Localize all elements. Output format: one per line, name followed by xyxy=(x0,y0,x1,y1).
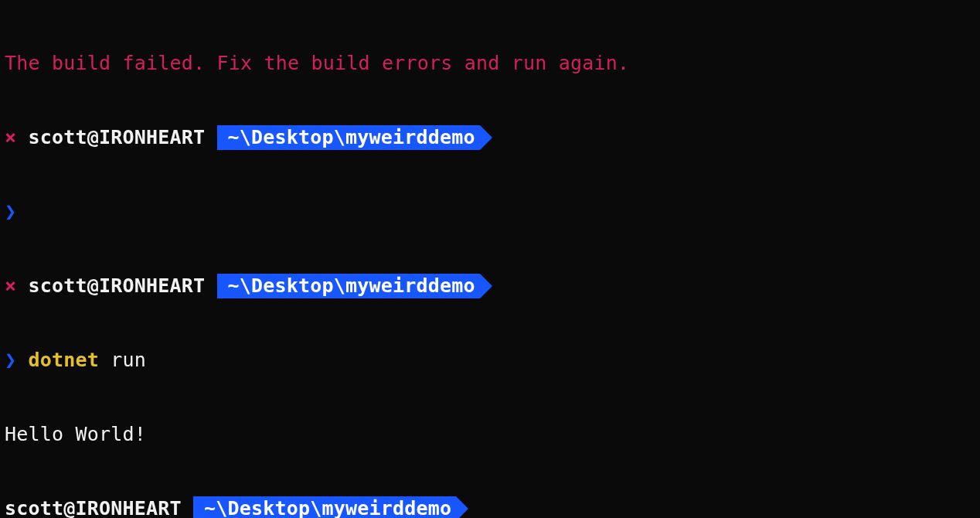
fail-status-icon: × xyxy=(5,274,16,297)
user-host-text: scott@IRONHEART xyxy=(29,274,206,297)
user-host-text: scott@IRONHEART xyxy=(5,497,182,518)
prompt-line-2: × scott@IRONHEART ~\Desktop\myweirddemo xyxy=(5,274,975,298)
prompt-arrow-icon: ❯ xyxy=(5,200,16,223)
path-segment: ~\Desktop\myweirddemo xyxy=(217,125,480,150)
path-segment: ~\Desktop\myweirddemo xyxy=(217,274,480,298)
output-hello: Hello World! xyxy=(5,422,975,447)
prompt-line-3: scott@IRONHEART ~\Desktop\myweirddemo xyxy=(5,496,975,518)
path-segment: ~\Desktop\myweirddemo xyxy=(193,496,456,518)
terminal-viewport[interactable]: The build failed. Fix the build errors a… xyxy=(0,0,980,518)
prompt-line-1: × scott@IRONHEART ~\Desktop\myweirddemo xyxy=(5,125,975,150)
fail-status-icon: × xyxy=(5,126,16,148)
user-host-text: scott@IRONHEART xyxy=(29,126,206,148)
command-tool: dotnet xyxy=(29,349,100,371)
prompt-continuation-1: ❯ xyxy=(5,199,975,224)
command-line-1: ❯ dotnet run xyxy=(5,348,975,373)
build-error-message: The build failed. Fix the build errors a… xyxy=(5,51,975,76)
prompt-arrow-icon: ❯ xyxy=(5,349,16,371)
command-args: run xyxy=(99,349,146,371)
user-host xyxy=(16,126,28,148)
